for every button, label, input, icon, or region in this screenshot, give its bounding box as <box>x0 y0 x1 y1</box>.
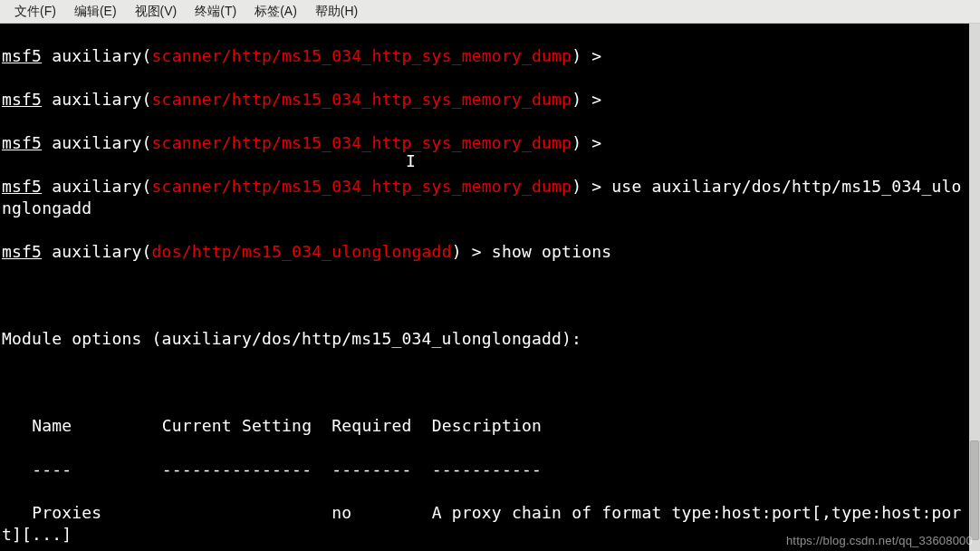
shell-name: msf5 <box>2 90 42 109</box>
module-path: scanner/http/ms15_034_http_sys_memory_du… <box>152 46 572 65</box>
prompt-line: msf5 auxiliary(scanner/http/ms15_034_htt… <box>2 132 967 154</box>
col-desc: Description <box>432 416 542 435</box>
module-path: scanner/http/ms15_034_http_sys_memory_du… <box>152 90 572 109</box>
shell-name: msf5 <box>2 242 42 261</box>
module-path: dos/http/ms15_034_ulonglongadd <box>152 242 452 261</box>
prompt-line-use: msf5 auxiliary(scanner/http/ms15_034_htt… <box>2 176 967 219</box>
terminal-viewport[interactable]: msf5 auxiliary(scanner/http/ms15_034_htt… <box>0 24 969 551</box>
opt-name: Proxies <box>32 503 101 522</box>
shell-name: msf5 <box>2 133 42 152</box>
opt-required: no <box>331 503 351 522</box>
menu-help[interactable]: 帮助(H) <box>306 2 367 22</box>
menu-file[interactable]: 文件(F) <box>5 2 65 22</box>
prompt-line-show: msf5 auxiliary(dos/http/ms15_034_ulonglo… <box>2 241 967 263</box>
menu-tabs[interactable]: 标签(A) <box>245 2 306 22</box>
scrollbar-thumb[interactable] <box>970 440 979 540</box>
blank-line <box>2 372 967 393</box>
terminal-content[interactable]: msf5 auxiliary(scanner/http/ms15_034_htt… <box>0 24 969 551</box>
command-show-options: show options <box>492 242 611 261</box>
module-path: scanner/http/ms15_034_http_sys_memory_du… <box>152 133 572 152</box>
col-required: Required <box>331 416 411 435</box>
col-current: Current Setting <box>162 416 312 435</box>
menu-bar: 文件(F) 编辑(E) 视图(V) 终端(T) 标签(A) 帮助(H) <box>0 0 980 24</box>
terminal-window: 文件(F) 编辑(E) 视图(V) 终端(T) 标签(A) 帮助(H) msf5… <box>0 0 980 551</box>
table-divider-row: ---- --------------- -------- ----------… <box>2 459 967 480</box>
shell-name: msf5 <box>2 46 42 65</box>
shell-name: msf5 <box>2 177 42 196</box>
module-options-header: Module options (auxiliary/dos/http/ms15_… <box>2 328 967 350</box>
watermark-text: https://blog.csdn.net/qq_33608000 <box>786 534 973 547</box>
vertical-scrollbar[interactable] <box>969 24 980 551</box>
menu-edit[interactable]: 编辑(E) <box>65 2 126 22</box>
prompt-line: msf5 auxiliary(scanner/http/ms15_034_htt… <box>2 45 967 67</box>
menu-terminal[interactable]: 终端(T) <box>186 2 245 22</box>
prompt-line: msf5 auxiliary(scanner/http/ms15_034_htt… <box>2 89 967 111</box>
menu-view[interactable]: 视图(V) <box>126 2 187 22</box>
col-name: Name <box>32 416 72 435</box>
blank-line <box>2 285 967 306</box>
table-header-row: Name Current Setting Required Descriptio… <box>2 415 967 437</box>
module-path: scanner/http/ms15_034_http_sys_memory_du… <box>152 177 572 196</box>
